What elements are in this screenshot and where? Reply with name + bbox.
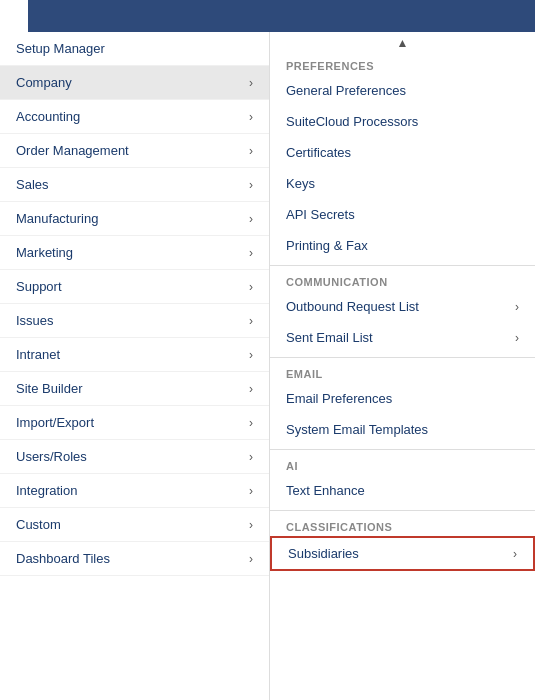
left-menu-item[interactable]: Issues› [0,304,269,338]
left-menu-item[interactable]: Import/Export› [0,406,269,440]
right-menu-item-label: General Preferences [286,83,406,98]
left-menu-item[interactable]: Intranet› [0,338,269,372]
right-menu-item-label: Keys [286,176,315,191]
right-menu-item-label: Outbound Request List [286,299,419,314]
left-menu-item-label: Dashboard Tiles [16,551,110,566]
right-menu-item-label: Email Preferences [286,391,392,406]
chevron-right-icon: › [513,547,517,561]
right-menu-section-header: COMMUNICATION [270,270,535,291]
right-menu-item-label: SuiteCloud Processors [286,114,418,129]
chevron-right-icon: › [515,331,519,345]
left-menu-item-label: Custom [16,517,61,532]
right-menu-item-label: Printing & Fax [286,238,368,253]
nav-item-setup[interactable] [0,0,28,32]
menus-container: Setup ManagerCompany›Accounting›Order Ma… [0,32,535,700]
menu-divider [270,510,535,511]
left-menu-item-label: Integration [16,483,77,498]
right-menu-section-header: PREFERENCES [270,54,535,75]
left-menu-item[interactable]: Accounting› [0,100,269,134]
right-menu-item-label: Sent Email List [286,330,373,345]
left-menu-item-label: Intranet [16,347,60,362]
left-menu-item[interactable]: Dashboard Tiles› [0,542,269,576]
chevron-right-icon: › [249,178,253,192]
nav-item-manufacturing[interactable] [84,0,112,32]
right-menu-section-header: EMAIL [270,362,535,383]
chevron-right-icon: › [249,552,253,566]
left-menu-item[interactable]: Site Builder› [0,372,269,406]
right-menu-item[interactable]: API Secrets [270,199,535,230]
left-menu-item-label: Company [16,75,72,90]
chevron-right-icon: › [249,144,253,158]
chevron-right-icon: › [249,76,253,90]
right-menu-item[interactable]: Sent Email List› [270,322,535,353]
right-menu-item[interactable]: Text Enhance [270,475,535,506]
right-menu: ▲ PREFERENCESGeneral PreferencesSuiteClo… [270,32,535,700]
right-menu-item[interactable]: Printing & Fax [270,230,535,261]
left-menu-item[interactable]: Users/Roles› [0,440,269,474]
nav-item-customization[interactable] [28,0,56,32]
chevron-right-icon: › [249,518,253,532]
left-menu-item[interactable]: Integration› [0,474,269,508]
chevron-right-icon: › [249,246,253,260]
left-menu-item-label: Setup Manager [16,41,105,56]
right-menu-item-label: Certificates [286,145,351,160]
menu-divider [270,265,535,266]
left-menu-item[interactable]: Manufacturing› [0,202,269,236]
chevron-right-icon: › [249,280,253,294]
left-menu-item-label: Site Builder [16,381,82,396]
right-menu-item[interactable]: System Email Templates [270,414,535,445]
chevron-right-icon: › [249,348,253,362]
right-menu-item[interactable]: SuiteCloud Processors [270,106,535,137]
left-menu-item-label: Order Management [16,143,129,158]
right-menu-item[interactable]: Keys [270,168,535,199]
left-menu-item-label: Marketing [16,245,73,260]
chevron-right-icon: › [249,314,253,328]
right-menu-item[interactable]: Outbound Request List› [270,291,535,322]
right-menu-item[interactable]: Certificates [270,137,535,168]
left-menu-item[interactable]: Setup Manager [0,32,269,66]
nav-item-fixed-assets[interactable] [112,0,140,32]
nav-bar [0,0,535,32]
left-menu: Setup ManagerCompany›Accounting›Order Ma… [0,32,270,700]
chevron-right-icon: › [249,416,253,430]
left-menu-item-label: Accounting [16,109,80,124]
left-menu-item[interactable]: Custom› [0,508,269,542]
chevron-right-icon: › [249,382,253,396]
menu-divider [270,357,535,358]
chevron-right-icon: › [249,212,253,226]
left-menu-item-label: Import/Export [16,415,94,430]
right-menu-item-label: Subsidiaries [288,546,359,561]
left-menu-item[interactable]: Support› [0,270,269,304]
left-menu-item[interactable]: Marketing› [0,236,269,270]
left-menu-item-label: Support [16,279,62,294]
chevron-right-icon: › [249,484,253,498]
right-menu-item[interactable]: Subsidiaries› [270,536,535,571]
left-menu-item-label: Sales [16,177,49,192]
right-menu-section-header: AI [270,454,535,475]
right-menu-item-label: Text Enhance [286,483,365,498]
chevron-right-icon: › [249,450,253,464]
right-menu-item[interactable]: General Preferences [270,75,535,106]
chevron-right-icon: › [249,110,253,124]
nav-item-commerce[interactable] [56,0,84,32]
left-menu-item-label: Users/Roles [16,449,87,464]
right-menu-item-label: API Secrets [286,207,355,222]
left-menu-item[interactable]: Company› [0,66,269,100]
right-menu-item[interactable]: Email Preferences [270,383,535,414]
left-menu-item[interactable]: Order Management› [0,134,269,168]
left-menu-item-label: Issues [16,313,54,328]
left-menu-item-label: Manufacturing [16,211,98,226]
right-menu-item-label: System Email Templates [286,422,428,437]
scroll-up-arrow[interactable]: ▲ [270,32,535,54]
right-menu-section-header: CLASSIFICATIONS [270,515,535,536]
left-menu-item[interactable]: Sales› [0,168,269,202]
menu-divider [270,449,535,450]
chevron-right-icon: › [515,300,519,314]
